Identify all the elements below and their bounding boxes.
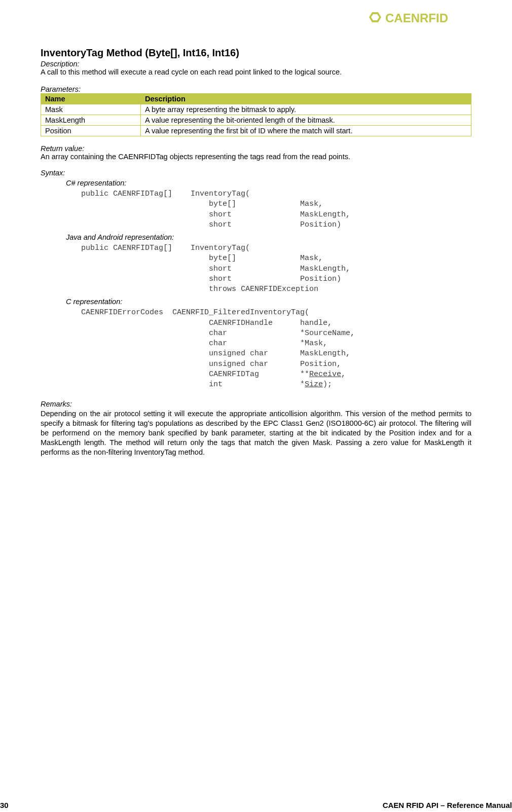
syntax-label: Syntax: — [41, 169, 471, 177]
parameters-table: Name Description Mask A byte array repre… — [41, 93, 471, 136]
csharp-label: C# representation: — [66, 179, 471, 187]
csharp-code: public CAENRFIDTag[] InventoryTag( byte[… — [81, 189, 471, 230]
th-desc: Description — [141, 94, 471, 104]
remarks-text: Depending on the air protocol setting it… — [41, 409, 471, 457]
table-row: MaskLength A value representing the bit-… — [41, 115, 471, 126]
method-heading: InventoryTag Method (Byte[], Int16, Int1… — [41, 47, 471, 59]
return-text: An array containing the CAENRFIDTag obje… — [41, 153, 471, 161]
description-label: Description: — [41, 60, 471, 68]
java-label: Java and Android representation: — [66, 233, 471, 241]
svg-text:CAENRFID: CAENRFID — [385, 11, 448, 25]
table-row: Mask A byte array representing the bitma… — [41, 104, 471, 115]
svg-point-0 — [374, 16, 377, 19]
th-name: Name — [41, 94, 141, 104]
brand-logo: CAENRFID — [41, 10, 471, 32]
param-name: Position — [41, 126, 141, 136]
table-row: Position A value representing the first … — [41, 126, 471, 136]
description-text: A call to this method will execute a rea… — [41, 68, 471, 76]
param-desc: A value representing the bit-oriented le… — [141, 115, 471, 126]
java-code: public CAENRFIDTag[] InventoryTag( byte[… — [81, 243, 471, 294]
param-desc: A byte array representing the bitmask to… — [141, 104, 471, 115]
page-number: 30 — [0, 801, 9, 809]
remarks-label: Remarks: — [41, 400, 471, 408]
parameters-label: Parameters: — [41, 85, 471, 93]
param-name: MaskLength — [41, 115, 141, 126]
param-desc: A value representing the first bit of ID… — [141, 126, 471, 136]
param-name: Mask — [41, 104, 141, 115]
footer-title: CAEN RFID API – Reference Manual — [383, 801, 512, 809]
c-code: CAENRFIDErrorCodes CAENRFID_FilteredInve… — [81, 308, 471, 390]
c-label: C representation: — [66, 298, 471, 306]
return-label: Return value: — [41, 144, 471, 153]
